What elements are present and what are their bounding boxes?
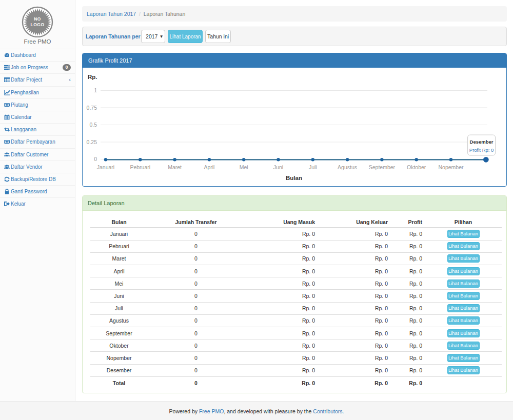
svg-text:Profit Rp: 0: Profit Rp: 0	[469, 147, 494, 153]
svg-text:Maret: Maret	[168, 164, 182, 170]
svg-text:Juni: Juni	[273, 164, 283, 170]
svg-text:Nopember: Nopember	[438, 164, 464, 170]
svg-text:0.5: 0.5	[89, 122, 97, 128]
svg-text:NO: NO	[34, 16, 41, 22]
svg-text:0.75: 0.75	[87, 105, 97, 111]
svg-text:Agustus: Agustus	[338, 164, 357, 170]
svg-text:Oktober: Oktober	[407, 164, 426, 170]
svg-text:Rp.: Rp.	[88, 74, 97, 80]
svg-text:Mei: Mei	[240, 164, 248, 170]
svg-text:LOGO: LOGO	[30, 22, 44, 27]
svg-text:Bulan: Bulan	[286, 175, 302, 181]
svg-text:Juli: Juli	[309, 164, 317, 170]
svg-text:Desember: Desember	[470, 139, 494, 145]
svg-text:Pebruari: Pebruari	[130, 164, 150, 170]
svg-text:1: 1	[94, 87, 97, 93]
svg-text:0.25: 0.25	[87, 139, 97, 145]
svg-text:Januari: Januari	[97, 164, 114, 170]
svg-text:April: April	[204, 164, 214, 170]
svg-text:0: 0	[94, 156, 97, 162]
svg-text:September: September	[369, 164, 396, 170]
